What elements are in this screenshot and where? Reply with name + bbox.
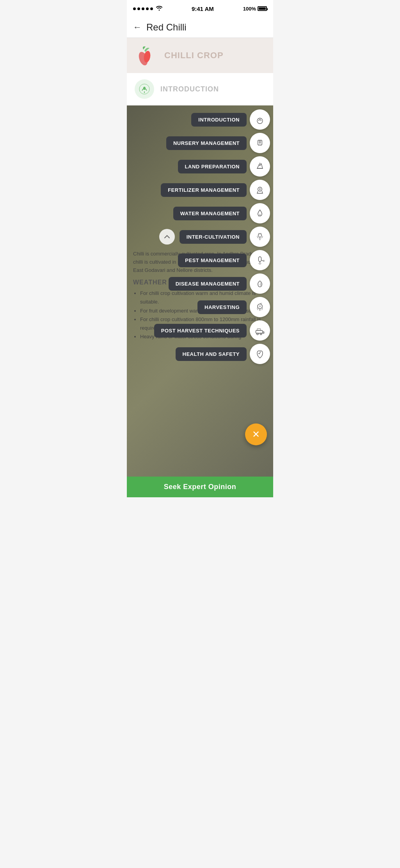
menu-item-postharvest[interactable]: POST HARVEST TECHNIQUES bbox=[154, 324, 247, 338]
menu-icon-pest[interactable] bbox=[250, 250, 270, 270]
svg-point-7 bbox=[259, 142, 261, 143]
battery-icon bbox=[258, 6, 267, 11]
chilli-image bbox=[135, 44, 158, 67]
back-button[interactable]: ← bbox=[133, 22, 142, 32]
battery-percentage: 100% bbox=[243, 6, 256, 12]
menu-row-fertilizer: FERTILIZER MANAGEMENT bbox=[130, 180, 270, 200]
menu-icon-fertilizer[interactable] bbox=[250, 180, 270, 200]
signal-dot-2 bbox=[137, 7, 140, 10]
svg-point-5 bbox=[257, 118, 263, 124]
menu-icon-harvesting[interactable] bbox=[250, 297, 270, 317]
signal-dot-1 bbox=[133, 7, 136, 10]
menu-item-introduction[interactable]: INTRODUCTION bbox=[191, 113, 247, 127]
close-fab-button[interactable]: ✕ bbox=[245, 423, 267, 445]
signal-indicators bbox=[133, 5, 162, 12]
battery-indicator: 100% bbox=[243, 6, 267, 12]
wifi-icon bbox=[156, 5, 162, 12]
crop-banner: CHILLI CROP bbox=[127, 38, 273, 73]
menu-icon-nursery[interactable] bbox=[250, 133, 270, 153]
menu-icon-land[interactable] bbox=[250, 156, 270, 177]
menu-item-health[interactable]: HEALTH AND SAFETY bbox=[176, 347, 247, 361]
menu-item-harvesting[interactable]: HARVESTING bbox=[197, 300, 247, 314]
menu-icon-introduction[interactable] bbox=[250, 109, 270, 130]
menu-item-disease[interactable]: DISEASE MANAGEMENT bbox=[169, 277, 247, 291]
chevron-up-button[interactable] bbox=[159, 229, 175, 245]
svg-rect-16 bbox=[259, 257, 261, 261]
menu-row-introduction: INTRODUCTION bbox=[130, 109, 270, 130]
menu-icon-health[interactable] bbox=[250, 344, 270, 364]
menu-row-water: WATER MANAGEMENT bbox=[130, 203, 270, 223]
svg-point-25 bbox=[260, 333, 261, 335]
menu-icon-disease[interactable] bbox=[250, 273, 270, 294]
menu-row-postharvest: POST HARVEST TECHNIQUES bbox=[130, 320, 270, 341]
menu-row-pest: PEST MANAGEMENT bbox=[130, 250, 270, 270]
menu-row-inter: INTER-CULTIVATION bbox=[130, 227, 270, 247]
intro-icon bbox=[135, 79, 154, 99]
menu-row-nursery: NURSERY MANAGEMENT bbox=[130, 133, 270, 153]
menu-row-harvesting: HARVESTING bbox=[130, 297, 270, 317]
intro-section: INTRODUCTION bbox=[127, 73, 273, 105]
header: ← Red Chilli bbox=[127, 17, 273, 38]
crop-title: CHILLI CROP bbox=[164, 50, 224, 61]
menu-item-inter[interactable]: INTER-CULTIVATION bbox=[180, 230, 247, 244]
menu-row-health: HEALTH AND SAFETY bbox=[130, 344, 270, 364]
main-content-area: Chilli is commercially cultivated crop. … bbox=[127, 105, 273, 477]
menu-item-nursery[interactable]: NURSERY MANAGEMENT bbox=[166, 136, 247, 150]
seek-expert-label: Seek Expert Opinion bbox=[164, 483, 236, 491]
menu-item-fertilizer[interactable]: FERTILIZER MANAGEMENT bbox=[161, 183, 247, 197]
menu-item-pest[interactable]: PEST MANAGEMENT bbox=[178, 254, 247, 267]
signal-dot-4 bbox=[146, 7, 149, 10]
svg-point-20 bbox=[258, 304, 262, 309]
menu-icon-postharvest[interactable] bbox=[250, 320, 270, 341]
menu-overlay: INTRODUCTION NURSERY MANAGEMENT bbox=[127, 105, 273, 477]
seek-expert-button[interactable]: Seek Expert Opinion bbox=[127, 477, 273, 497]
menu-item-water[interactable]: WATER MANAGEMENT bbox=[173, 207, 247, 220]
menu-icon-water[interactable] bbox=[250, 203, 270, 223]
intro-label: INTRODUCTION bbox=[160, 85, 219, 93]
menu-icon-inter[interactable] bbox=[250, 227, 270, 247]
status-time: 9:41 AM bbox=[192, 5, 214, 12]
svg-rect-23 bbox=[256, 330, 263, 333]
signal-dot-5 bbox=[150, 7, 153, 10]
menu-row-land: LAND PREPARATION bbox=[130, 156, 270, 177]
menu-row-disease: DISEASE MANAGEMENT bbox=[130, 273, 270, 294]
page-title: Red Chilli bbox=[146, 22, 187, 33]
menu-item-land[interactable]: LAND PREPARATION bbox=[178, 160, 247, 173]
svg-point-22 bbox=[259, 306, 261, 307]
svg-point-3 bbox=[143, 87, 146, 90]
signal-dot-3 bbox=[142, 7, 144, 10]
svg-point-24 bbox=[257, 333, 258, 335]
status-bar: 9:41 AM 100% bbox=[127, 0, 273, 17]
